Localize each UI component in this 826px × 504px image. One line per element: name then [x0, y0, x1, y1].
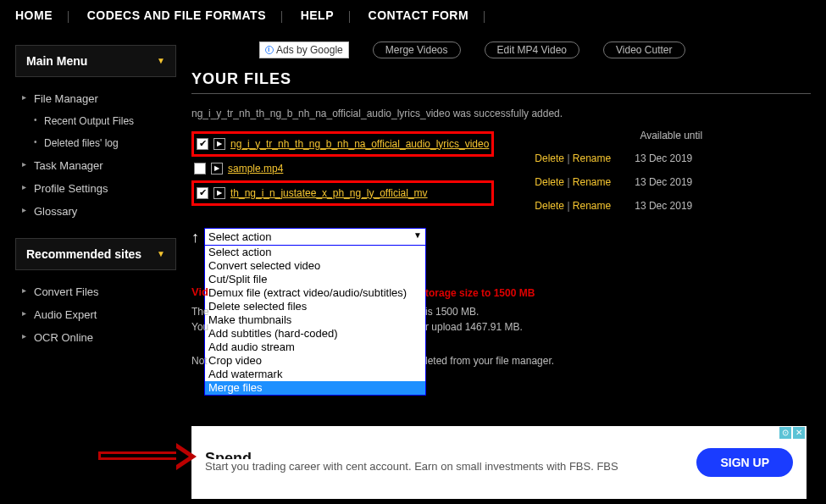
sidebar-item-audio-expert[interactable]: Audio Expert	[19, 303, 173, 326]
ad-link-edit-mp4[interactable]: Edit MP4 Video	[485, 42, 580, 58]
action-select[interactable]: Select action ▼	[204, 228, 426, 246]
top-nav: HOME CODECS AND FILE FORMATS HELP CONTAC…	[0, 0, 826, 31]
select-option[interactable]: Make thumbnails	[205, 313, 425, 327]
ad-headline: Spend ____. ____ ____	[205, 451, 671, 459]
adchoices-icon[interactable]: ⊙	[779, 427, 791, 439]
sidebar-item-task-manager[interactable]: Task Manager	[19, 154, 173, 177]
sidebar-recommended-menu: Convert Files Audio Expert OCR Online	[15, 270, 176, 357]
select-value: Select action	[208, 230, 271, 243]
action-select-dropdown[interactable]: Select actionConvert selected videoCut/S…	[204, 246, 426, 396]
nav-help[interactable]: HELP	[301, 8, 334, 22]
ads-by-google-badge[interactable]: Ads by Google	[259, 42, 349, 58]
select-option[interactable]: Convert selected video	[205, 259, 425, 273]
chevron-down-icon: ▼	[157, 249, 165, 258]
promo-line2-left: You	[191, 319, 208, 335]
available-until-header: Available until	[535, 130, 702, 147]
page-title: YOUR FILES	[191, 70, 811, 94]
file-list: ✔▶ng_i_y_tr_nh_th_ng_b_nh_na_official_au…	[191, 130, 501, 218]
nav-contact[interactable]: CONTACT FORM	[369, 8, 469, 22]
sidebar: Main Menu ▼ File Manager Recent Output F…	[15, 38, 176, 396]
delete-link[interactable]: Delete	[535, 200, 564, 212]
table-row-actions: Delete | Rename13 Dec 2019	[535, 147, 702, 170]
promo-title-left: Vid	[191, 272, 208, 298]
available-until-date: 13 Dec 2019	[635, 200, 702, 212]
sidebar-item-ocr-online[interactable]: OCR Online	[19, 326, 173, 349]
nav-home[interactable]: HOME	[15, 8, 53, 22]
rename-link[interactable]: Rename	[573, 176, 611, 188]
play-icon[interactable]: ▶	[213, 187, 225, 199]
delete-link[interactable]: Delete	[535, 176, 564, 188]
chevron-down-icon: ▼	[157, 56, 165, 65]
promo-title-right: torage size to 1500 MB	[425, 285, 535, 301]
file-name-link[interactable]: sample.mp4	[228, 163, 283, 174]
file-name-link[interactable]: th_ng_i_n_justatee_x_ph_ng_ly_official_m…	[230, 187, 428, 199]
play-icon[interactable]: ▶	[213, 138, 225, 150]
select-option[interactable]: Merge files	[205, 381, 425, 395]
select-option[interactable]: Add subtitles (hard-coded)	[205, 327, 425, 341]
ads-row: Ads by Google Merge Videos Edit MP4 Vide…	[191, 38, 811, 70]
select-option[interactable]: Cut/Split file	[205, 273, 425, 286]
rename-link[interactable]: Rename	[573, 200, 611, 212]
promo-note-right: leted from your file manager.	[425, 353, 554, 368]
sidebar-main-menu: File Manager Recent Output Files Deleted…	[15, 77, 176, 231]
select-option[interactable]: Delete selected files	[205, 300, 425, 313]
table-row: ▶sample.mp4	[191, 158, 494, 179]
rename-link[interactable]: Rename	[573, 152, 611, 164]
ad-body: Start you trading career with cent accou…	[205, 460, 618, 473]
promo-line1-right: is 1500 MB.	[425, 304, 479, 319]
file-checkbox[interactable]: ✔	[197, 138, 208, 150]
select-option[interactable]: Add audio stream	[205, 341, 425, 354]
table-row-actions: Delete | Rename13 Dec 2019	[535, 170, 702, 194]
ad-banner: Spend ____. ____ ____ Start you trading …	[191, 426, 807, 499]
sidebar-heading-label: Recommended sites	[26, 247, 141, 261]
file-name-link[interactable]: ng_i_y_tr_nh_th_ng_b_nh_na_official_audi…	[230, 138, 489, 150]
up-arrow-icon: ↑	[191, 228, 199, 243]
file-action-column: Available until Delete | Rename13 Dec 20…	[535, 130, 702, 218]
sidebar-item-recent-output[interactable]: Recent Output Files	[19, 110, 173, 132]
info-icon	[265, 46, 274, 54]
available-until-date: 13 Dec 2019	[635, 152, 702, 164]
available-until-date: 13 Dec 2019	[635, 176, 702, 188]
ad-link-video-cutter[interactable]: Video Cutter	[603, 42, 685, 58]
chevron-down-icon: ▼	[413, 230, 422, 243]
select-option[interactable]: Demux file (extract video/audio/subtitle…	[205, 286, 425, 300]
promo-line1-left: The	[191, 304, 209, 319]
file-checkbox[interactable]: ✔	[197, 187, 208, 199]
table-row: ✔▶ng_i_y_tr_nh_th_ng_b_nh_na_official_au…	[191, 131, 494, 157]
sidebar-item-file-manager[interactable]: File Manager	[19, 87, 173, 110]
play-icon[interactable]: ▶	[211, 163, 223, 174]
nav-codecs[interactable]: CODECS AND FILE FORMATS	[87, 8, 266, 22]
sidebar-heading-label: Main Menu	[26, 54, 87, 68]
close-ad-icon[interactable]: ✕	[793, 427, 805, 439]
sidebar-item-deleted-log[interactable]: Deleted files' log	[19, 132, 173, 154]
promo-note-left: Not	[191, 353, 208, 368]
select-option[interactable]: Select action	[205, 246, 425, 259]
select-option[interactable]: Add watermark	[205, 368, 425, 381]
ad-link-merge-videos[interactable]: Merge Videos	[373, 42, 461, 58]
sidebar-heading-recommended[interactable]: Recommended sites ▼	[15, 238, 176, 270]
sidebar-item-profile-settings[interactable]: Profile Settings	[19, 177, 173, 200]
table-row: ✔▶th_ng_i_n_justatee_x_ph_ng_ly_official…	[191, 180, 494, 206]
table-row-actions: Delete | Rename13 Dec 2019	[535, 194, 702, 218]
ad-signup-button[interactable]: SIGN UP	[696, 448, 793, 477]
content: Ads by Google Merge Videos Edit MP4 Vide…	[191, 38, 811, 396]
promo-line2-right: r upload 1467.91 MB.	[425, 319, 523, 335]
status-message: ng_i_y_tr_nh_th_ng_b_nh_na_official_audi…	[191, 101, 811, 130]
file-checkbox[interactable]	[194, 163, 206, 174]
sidebar-item-glossary[interactable]: Glossary	[19, 200, 173, 223]
delete-link[interactable]: Delete	[535, 152, 564, 164]
sidebar-item-convert-files[interactable]: Convert Files	[19, 280, 173, 303]
select-option[interactable]: Crop video	[205, 354, 425, 368]
sidebar-heading-main-menu[interactable]: Main Menu ▼	[15, 45, 176, 77]
